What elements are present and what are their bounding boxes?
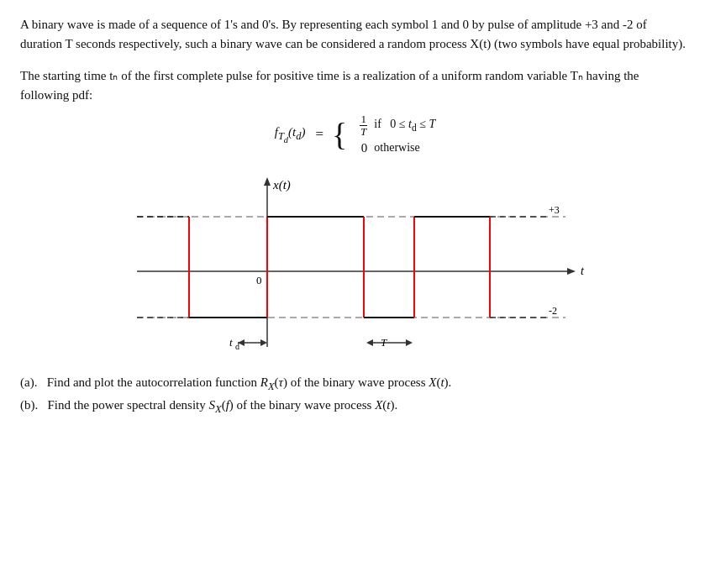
chart-outer: x(t) t 0 +3 -2 (20, 171, 690, 364)
pdf-expr-1: if 0 ≤ td ≤ T (374, 118, 435, 134)
chart-container: x(t) t 0 +3 -2 (120, 171, 591, 364)
intro-paragraph-1: A binary wave is made of a sequence of 1… (20, 15, 690, 55)
zero-label: 0 (256, 274, 262, 286)
y-axis-label: x(t) (272, 178, 291, 192)
plus3-label: +3 (549, 204, 560, 216)
pdf-val-1: 1T (352, 113, 367, 139)
pdf-lhs: fTd(td) (275, 125, 306, 144)
pdf-brace: { (332, 118, 347, 150)
pdf-formula: fTd(td) = { 1T if 0 ≤ td ≤ T 0 otherwise (20, 113, 690, 155)
svg-marker-1 (264, 177, 271, 186)
intro-paragraph-2: The starting time tₙ of the first comple… (20, 66, 690, 106)
part-a: (a). Find and plot the autocorrelation f… (20, 372, 690, 396)
pdf-equals: = (315, 126, 323, 143)
td-subscript: d (235, 342, 239, 351)
pdf-conditions: 1T if 0 ≤ td ≤ T 0 otherwise (352, 113, 435, 155)
td-left-arrow-label: t (229, 336, 233, 349)
svg-marker-3 (567, 268, 576, 275)
waveform-svg: x(t) t 0 +3 -2 (120, 171, 591, 364)
minus2-label: -2 (549, 305, 557, 317)
svg-marker-25 (406, 339, 413, 346)
pdf-condition-2: 0 otherwise (352, 141, 435, 155)
svg-marker-24 (366, 339, 373, 346)
pdf-expr-2: otherwise (374, 141, 419, 155)
footer-questions: (a). Find and plot the autocorrelation f… (20, 372, 690, 418)
pdf-val-2: 0 (352, 141, 367, 155)
pdf-condition-1: 1T if 0 ≤ td ≤ T (352, 113, 435, 139)
svg-marker-22 (260, 339, 267, 346)
x-axis-label: t (581, 265, 585, 277)
part-b: (b). Find the power spectral density SX(… (20, 395, 690, 418)
pdf-brace-container: { 1T if 0 ≤ td ≤ T 0 otherwise (332, 113, 435, 155)
T-arrow-label: T (381, 336, 387, 349)
